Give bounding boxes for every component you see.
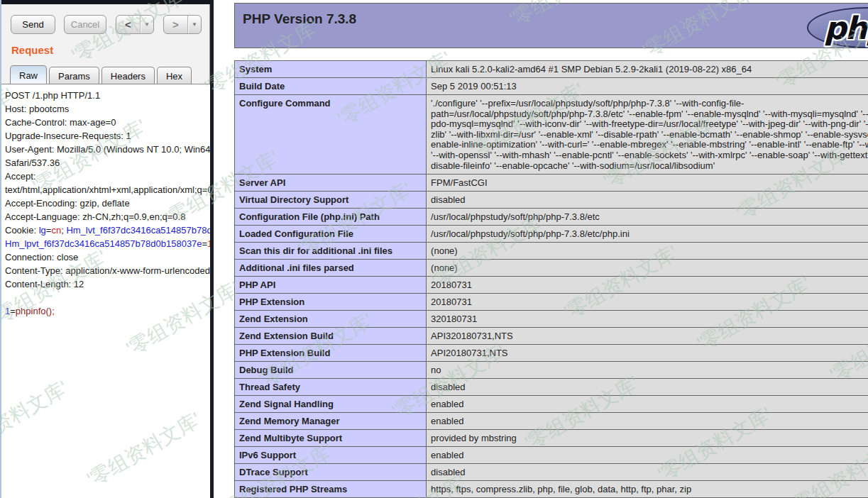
request-line: Hm_lpvt_f6f37dc3416ca514857b78d0b158037e… bbox=[5, 237, 210, 250]
request-line: Cookie: lg=cn; Hm_lvt_f6f37dc3416ca51485… bbox=[5, 223, 210, 237]
cancel-button[interactable]: Cancel bbox=[64, 15, 106, 34]
request-view-tabs: RawParamsHeadersHex bbox=[10, 65, 194, 84]
row-label: System bbox=[235, 61, 427, 78]
row-value: API20180731,NTS bbox=[427, 345, 868, 362]
request-text-segment: lg bbox=[39, 225, 46, 236]
chevron-down-icon[interactable]: ▼ bbox=[188, 21, 201, 28]
table-row: DTrace Supportdisabled bbox=[235, 464, 868, 481]
row-value: enabled bbox=[427, 447, 868, 464]
php-logo-text: php bbox=[824, 10, 868, 46]
request-line: Safari/537.36 bbox=[5, 156, 210, 170]
row-label: Additional .ini files parsed bbox=[235, 260, 427, 277]
row-value: 320180731 bbox=[427, 311, 868, 328]
request-line: 1=phpinfo(); bbox=[5, 304, 210, 318]
request-line: User-Agent: Mozilla/5.0 (Windows NT 10.0… bbox=[5, 143, 210, 156]
row-label: Zend Extension bbox=[235, 311, 427, 328]
row-value: /usr/local/phpstudy/soft/php/php-7.3.8/e… bbox=[427, 226, 868, 243]
request-text-segment: cn bbox=[51, 225, 61, 236]
tab-params[interactable]: Params bbox=[49, 67, 99, 84]
table-row: PHP Extension20180731 bbox=[235, 294, 868, 311]
table-row: PHP Extension BuildAPI20180731,NTS bbox=[235, 345, 868, 362]
request-text-segment: Content-Type: application/x-www-form-url… bbox=[5, 265, 210, 276]
request-text-segment: Content-Length: 12 bbox=[5, 279, 84, 289]
row-label: PHP Extension bbox=[235, 294, 427, 311]
phpinfo-table-body: SystemLinux kali 5.2.0-kali2-amd64 #1 SM… bbox=[235, 61, 868, 498]
configure-command-line: pdo-mysql=mysqlnd' '--with-iconv-dir' '-… bbox=[431, 119, 868, 130]
request-text-segment: POST /1.php HTTP/1.1 bbox=[5, 90, 100, 101]
row-value: (none) bbox=[427, 243, 868, 260]
phpinfo-table: SystemLinux kali 5.2.0-kali2-amd64 #1 SM… bbox=[234, 60, 868, 498]
table-row: Registered PHP Streamshttps, ftps, compr… bbox=[235, 481, 868, 498]
chevron-down-icon[interactable]: ▼ bbox=[141, 21, 153, 28]
table-row: Configure Command'./configure' '--prefix… bbox=[235, 95, 868, 175]
request-text-segment: Safari/537.36 bbox=[5, 157, 60, 168]
previous-request-button[interactable]: < ▼ bbox=[116, 15, 154, 34]
row-value: Linux kali 5.2.0-kali2-amd64 #1 SMP Debi… bbox=[427, 61, 868, 78]
row-label: PHP Extension Build bbox=[235, 345, 427, 362]
table-row: Zend Memory Managerenabled bbox=[235, 413, 868, 430]
table-row: Zend Extension BuildAPI320180731,NTS bbox=[235, 328, 868, 345]
phpinfo-header: PHP Version 7.3.8 php bbox=[234, 3, 868, 48]
row-value: disabled bbox=[427, 192, 868, 209]
row-label: Debug Build bbox=[235, 362, 427, 379]
send-button[interactable]: Send bbox=[11, 15, 55, 34]
row-value: (none) bbox=[427, 260, 868, 277]
row-label: Loaded Configuration File bbox=[235, 226, 427, 243]
row-label: DTrace Support bbox=[235, 464, 427, 481]
row-label: Thread Safety bbox=[235, 379, 427, 396]
row-value: provided by mbstring bbox=[427, 430, 868, 447]
table-row: Zend Signal Handlingenabled bbox=[235, 396, 868, 413]
request-text-segment: phpinfo(); bbox=[16, 306, 55, 316]
tab-headers[interactable]: Headers bbox=[101, 67, 155, 84]
next-arrow-icon: > bbox=[164, 18, 187, 31]
request-line: Accept: bbox=[5, 170, 210, 183]
table-row: Configuration File (php.ini) Path/usr/lo… bbox=[235, 209, 868, 226]
table-row: Zend Multibyte Supportprovided by mbstri… bbox=[235, 430, 868, 447]
row-value: no bbox=[427, 362, 868, 379]
row-label: Configuration File (php.ini) Path bbox=[235, 209, 427, 226]
repeater-panel: Send Cancel < ▼ > ▼ Request RawParamsHea… bbox=[0, 0, 210, 498]
request-text-segment: text/html,application/xhtml+xml,applicat… bbox=[5, 184, 210, 195]
phpinfo-page: PHP Version 7.3.8 php SystemLinux kali 5… bbox=[214, 0, 868, 498]
row-label: Zend Multibyte Support bbox=[235, 430, 427, 447]
table-row: IPv6 Supportenabled bbox=[235, 447, 868, 464]
row-value: 20180731 bbox=[427, 294, 868, 311]
row-value: https, ftps, compress.zlib, php, file, g… bbox=[427, 481, 868, 498]
table-row: Server APIFPM/FastCGI bbox=[235, 175, 868, 192]
configure-command-line: enable-inline-optimization' '--with-curl… bbox=[431, 140, 868, 150]
request-editor[interactable]: POST /1.php HTTP/1.1Host: pbootcmsCache-… bbox=[1, 84, 210, 498]
row-value: './configure' '--prefix=/usr/local/phpst… bbox=[427, 95, 868, 175]
window-top-bar bbox=[1, 0, 211, 4]
request-line: Accept-Language: zh-CN,zh;q=0.9,en;q=0.8 bbox=[5, 210, 210, 223]
tab-hex[interactable]: Hex bbox=[157, 67, 192, 84]
request-text-segment: User-Agent: Mozilla/5.0 (Windows NT 10.0… bbox=[5, 144, 210, 155]
row-label: Scan this dir for additional .ini files bbox=[235, 243, 427, 260]
row-value: disabled bbox=[427, 379, 868, 396]
repeater-toolbar: Send Cancel < ▼ > ▼ bbox=[1, 13, 211, 35]
php-logo-icon: php bbox=[807, 7, 868, 48]
request-line: Connection: close bbox=[5, 250, 210, 264]
row-label: Registered PHP Streams bbox=[235, 481, 427, 498]
table-row: Scan this dir for additional .ini files(… bbox=[235, 243, 868, 260]
table-row: PHP API20180731 bbox=[235, 277, 868, 294]
request-text-segment: Accept: bbox=[5, 171, 35, 182]
request-line: Host: pbootcms bbox=[5, 102, 210, 116]
request-text-segment: Cache-Control: max-age=0 bbox=[5, 117, 116, 128]
request-section-title: Request bbox=[11, 44, 53, 56]
table-row: Virtual Directory Supportdisabled bbox=[235, 192, 868, 209]
row-label: Server API bbox=[235, 175, 427, 192]
table-row: Build DateSep 5 2019 00:51:13 bbox=[235, 78, 868, 95]
request-text-segment: Host: pbootcms bbox=[5, 104, 69, 114]
request-line: Upgrade-Insecure-Requests: 1 bbox=[5, 129, 210, 143]
request-line: Content-Type: application/x-www-form-url… bbox=[5, 264, 210, 277]
row-label: Build Date bbox=[235, 78, 427, 95]
row-value: FPM/FastCGI bbox=[427, 175, 868, 192]
row-value: API320180731,NTS bbox=[427, 328, 868, 345]
row-label: Configure Command bbox=[235, 95, 427, 175]
request-text-segment: Accept-Encoding: gzip, deflate bbox=[5, 198, 130, 209]
page-title: PHP Version 7.3.8 bbox=[243, 11, 356, 27]
request-line: Accept-Encoding: gzip, deflate bbox=[5, 197, 210, 210]
tab-raw[interactable]: Raw bbox=[10, 65, 47, 84]
request-text-segment: Hm_lpvt_f6f37dc3416ca514857b78d0b158037e bbox=[5, 238, 202, 249]
next-request-button[interactable]: > ▼ bbox=[163, 15, 202, 34]
